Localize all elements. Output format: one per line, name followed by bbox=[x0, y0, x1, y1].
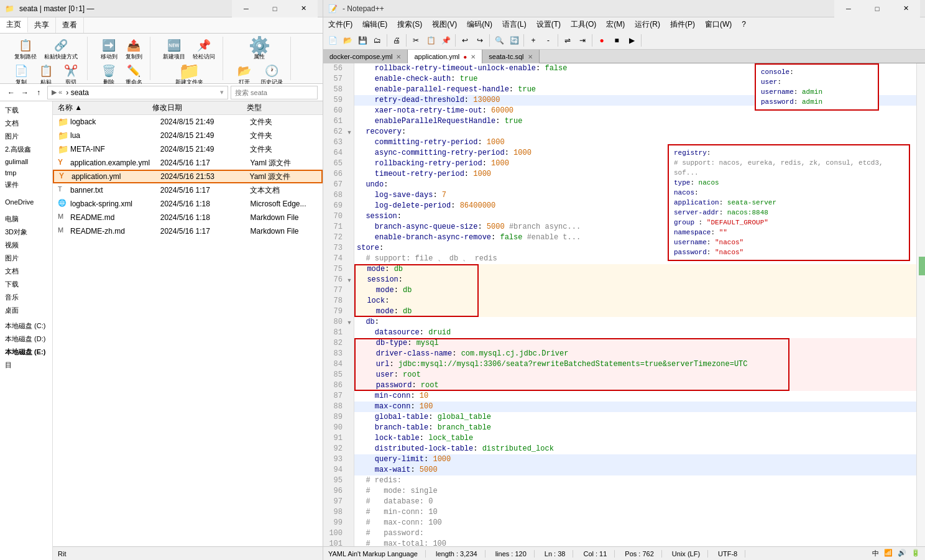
fold-btn[interactable] bbox=[345, 264, 354, 275]
nav-item-download2[interactable]: 下载 bbox=[0, 278, 52, 291]
toolbar-paste[interactable]: 📌 bbox=[439, 34, 453, 47]
fold-btn[interactable] bbox=[345, 148, 354, 158]
file-item-logback-xml[interactable]: 🌐 logback-spring.xml 2024/5/16 1:18 Micr… bbox=[53, 197, 323, 211]
fold-btn[interactable] bbox=[345, 370, 354, 380]
taskbar-zh-icon[interactable]: 中 bbox=[872, 549, 879, 558]
tab-close-icon[interactable]: ✕ bbox=[528, 53, 533, 60]
fold-btn[interactable] bbox=[345, 106, 354, 116]
nav-item-e[interactable]: 本地磁盘 (E:) bbox=[0, 346, 52, 359]
fold-btn[interactable] bbox=[345, 306, 354, 317]
tab-seata-sql[interactable]: seata-tc.sql ✕ bbox=[482, 50, 539, 63]
toolbar-redo[interactable]: ↪ bbox=[473, 34, 487, 47]
fold-btn[interactable] bbox=[345, 285, 354, 296]
toolbar-print[interactable]: 🖨 bbox=[390, 34, 403, 47]
fold-btn[interactable] bbox=[345, 328, 354, 338]
nav-item-onedrive[interactable]: OneDrive bbox=[0, 196, 52, 208]
nav-item-pics[interactable]: 图片 bbox=[0, 130, 52, 143]
fold-btn[interactable] bbox=[345, 74, 354, 85]
npp-minimize-button[interactable]: ─ bbox=[834, 0, 863, 18]
toolbar-save[interactable]: 💾 bbox=[356, 34, 369, 47]
toolbar-stop[interactable]: ■ bbox=[610, 34, 624, 47]
fold-btn[interactable] bbox=[345, 243, 354, 254]
fold-btn[interactable] bbox=[345, 232, 354, 243]
col-header-date[interactable]: 修改日期 bbox=[152, 103, 247, 113]
toolbar-new[interactable]: 📄 bbox=[326, 34, 339, 47]
tab-close-icon[interactable]: ✕ bbox=[396, 53, 401, 60]
toolbar-play[interactable]: ▶ bbox=[625, 34, 638, 47]
nav-item-3d[interactable]: 3D对象 bbox=[0, 226, 52, 239]
file-item-app-example[interactable]: Y application.example.yml 2024/5/16 1:17… bbox=[53, 156, 323, 170]
nav-item-download[interactable]: 下载 bbox=[0, 104, 52, 117]
nav-item-d[interactable]: 本地磁盘 (D:) bbox=[0, 333, 52, 346]
fold-btn[interactable] bbox=[345, 95, 354, 106]
fold-btn[interactable] bbox=[345, 137, 354, 148]
properties-button[interactable]: ⚙️ 属性 bbox=[244, 37, 275, 62]
menu-run[interactable]: 运行(R) bbox=[630, 17, 665, 31]
menu-settings[interactable]: 设置(T) bbox=[532, 17, 566, 31]
fold-btn[interactable]: ▼ bbox=[345, 127, 354, 137]
fold-btn[interactable]: ▼ bbox=[345, 275, 354, 285]
col-header-type[interactable]: 类型 bbox=[247, 103, 318, 113]
menu-search[interactable]: 搜索(S) bbox=[392, 17, 427, 31]
nav-item-docs[interactable]: 文档 bbox=[0, 117, 52, 130]
fold-btn[interactable]: ▼ bbox=[345, 317, 354, 328]
nav-item-desktop[interactable]: 桌面 bbox=[0, 304, 52, 317]
paste-shortcut-button[interactable]: 🔗 粘贴快捷方式 bbox=[42, 37, 80, 62]
nav-item-music[interactable]: 音乐 bbox=[0, 291, 52, 304]
menu-file[interactable]: 文件(F) bbox=[323, 17, 357, 31]
nav-item-kejian[interactable]: 课件 bbox=[0, 178, 52, 191]
toolbar-indent[interactable]: ⇥ bbox=[576, 34, 589, 47]
menu-window[interactable]: 窗口(W) bbox=[700, 17, 737, 31]
fold-btn[interactable] bbox=[345, 169, 354, 180]
minimap[interactable] bbox=[916, 63, 925, 546]
menu-help[interactable]: ? bbox=[737, 17, 751, 31]
close-button[interactable]: ✕ bbox=[289, 0, 318, 18]
fold-btn[interactable] bbox=[345, 85, 354, 95]
maximize-button[interactable]: □ bbox=[260, 0, 289, 18]
search-input[interactable] bbox=[231, 86, 318, 99]
nav-item-pics2[interactable]: 图片 bbox=[0, 252, 52, 265]
fold-btn[interactable] bbox=[345, 180, 354, 190]
tab-home[interactable]: 主页 bbox=[0, 17, 28, 33]
fold-btn[interactable] bbox=[345, 222, 354, 232]
fold-btn[interactable] bbox=[345, 338, 354, 349]
tab-application-yml[interactable]: application.yml ● ✕ bbox=[408, 50, 482, 63]
menu-plugins[interactable]: 插件(P) bbox=[665, 17, 700, 31]
fold-btn[interactable] bbox=[345, 254, 354, 264]
address-path[interactable]: ▶ « › seata ▾ bbox=[47, 86, 228, 99]
menu-encode[interactable]: 编码(N) bbox=[462, 17, 497, 31]
fold-btn[interactable] bbox=[345, 63, 354, 74]
col-header-name[interactable]: 名称 ▲ bbox=[58, 103, 152, 113]
toolbar-zoom-out[interactable]: - bbox=[541, 34, 555, 47]
fold-btn[interactable] bbox=[345, 296, 354, 306]
file-item-application-yml[interactable]: Y application.yml 2024/5/16 21:53 Yaml 源… bbox=[53, 170, 323, 183]
nav-item-misc[interactable]: 目 bbox=[0, 359, 52, 372]
nav-item-computer[interactable]: 电脑 bbox=[0, 213, 52, 226]
back-button[interactable]: ← bbox=[5, 86, 17, 99]
tab-close-icon[interactable]: ✕ bbox=[471, 53, 476, 60]
nav-item-docs2[interactable]: 文档 bbox=[0, 265, 52, 278]
file-item-readme[interactable]: M README.md 2024/5/16 1:18 Markdown File bbox=[53, 211, 323, 224]
toolbar-replace[interactable]: 🔄 bbox=[507, 34, 521, 47]
file-item-banner[interactable]: T banner.txt 2024/5/16 1:17 文本文档 bbox=[53, 183, 323, 197]
nav-item-c[interactable]: 本地磁盘 (C:) bbox=[0, 319, 52, 333]
tab-docker-compose[interactable]: docker-compose.yml ✕ bbox=[323, 50, 408, 63]
toolbar-record[interactable]: ● bbox=[595, 34, 609, 47]
code-content[interactable]: rollback-retry-timeout-unlock-enable: fa… bbox=[354, 63, 916, 546]
menu-macro[interactable]: 宏(M) bbox=[601, 17, 630, 31]
copy-to-button[interactable]: 📤 复制到 bbox=[122, 37, 145, 62]
up-button[interactable]: ↑ bbox=[32, 86, 45, 99]
fold-btn[interactable] bbox=[345, 359, 354, 370]
tab-share[interactable]: 共享 bbox=[28, 17, 56, 33]
menu-view[interactable]: 视图(V) bbox=[427, 17, 462, 31]
toolbar-save-all[interactable]: 🗂 bbox=[370, 34, 384, 47]
file-item-logback[interactable]: 📁 logback 2024/8/15 21:49 文件夹 bbox=[53, 115, 323, 129]
nav-item-gulimall[interactable]: gulimall bbox=[0, 156, 52, 167]
file-item-metainf[interactable]: 📁 META-INF 2024/8/15 21:49 文件夹 bbox=[53, 142, 323, 156]
toolbar-open[interactable]: 📂 bbox=[341, 34, 354, 47]
toolbar-find[interactable]: 🔍 bbox=[492, 34, 506, 47]
nav-item-tmp[interactable]: tmp bbox=[0, 167, 52, 178]
copy-path-button[interactable]: 📋 复制路径 bbox=[12, 37, 39, 62]
easy-access-button[interactable]: 📌 轻松访问 bbox=[190, 37, 218, 62]
minimize-button[interactable]: ─ bbox=[232, 0, 260, 18]
